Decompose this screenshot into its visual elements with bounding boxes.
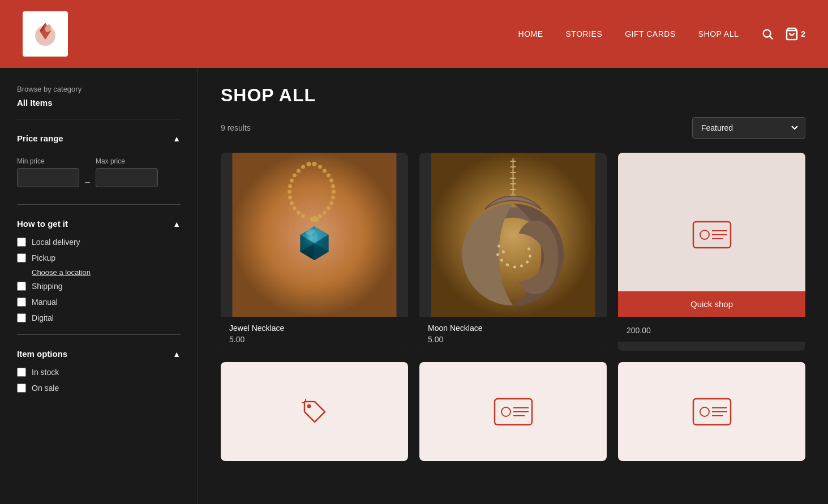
- max-price-input[interactable]: [96, 168, 158, 187]
- local-delivery-option[interactable]: Local delivery: [17, 234, 181, 250]
- product-info-jewel: Jewel Necklace 5.00: [221, 317, 408, 351]
- svg-point-17: [327, 206, 331, 210]
- local-delivery-checkbox[interactable]: [17, 238, 26, 247]
- all-items-link[interactable]: All Items: [17, 98, 181, 107]
- nav-home[interactable]: HOME: [518, 29, 543, 38]
- svg-line-5: [770, 36, 773, 39]
- product-price-jewel: 5.00: [229, 335, 400, 344]
- nav-shop-all[interactable]: SHOP ALL: [698, 29, 739, 38]
- svg-point-56: [513, 266, 516, 269]
- quick-shop-overlay: Quick shop: [618, 291, 805, 317]
- manual-option[interactable]: Manual: [17, 294, 181, 310]
- product-card-jewel-necklace[interactable]: Jewel Necklace 5.00: [221, 153, 408, 351]
- product-card-5[interactable]: [419, 362, 607, 461]
- price-range-inputs: Min price – Max price: [17, 149, 181, 196]
- svg-point-26: [288, 184, 292, 188]
- manual-checkbox[interactable]: [17, 298, 26, 307]
- svg-point-15: [331, 196, 335, 200]
- min-price-label: Min price: [17, 157, 79, 165]
- svg-point-14: [332, 190, 336, 194]
- shipping-checkbox[interactable]: [17, 282, 26, 291]
- price-range-title: Price range: [17, 133, 63, 143]
- svg-point-55: [506, 264, 509, 266]
- shipping-label: Shipping: [32, 282, 63, 291]
- product-placeholder-4: [221, 362, 408, 461]
- on-sale-checkbox[interactable]: [17, 384, 26, 393]
- page-title: SHOP ALL: [221, 85, 805, 106]
- divider-1: [17, 119, 181, 119]
- price-range-toggle[interactable]: Price range ▲: [17, 128, 181, 149]
- svg-point-27: [288, 190, 291, 194]
- product-name-moon: Moon Necklace: [428, 324, 598, 333]
- digital-option[interactable]: Digital: [17, 310, 181, 326]
- svg-point-53: [496, 253, 499, 256]
- svg-point-28: [288, 196, 292, 200]
- svg-point-59: [529, 255, 531, 258]
- product-image-moon: [419, 153, 607, 317]
- min-price-group: Min price: [17, 157, 79, 187]
- svg-point-58: [526, 261, 529, 264]
- svg-point-18: [323, 211, 327, 215]
- svg-point-10: [323, 169, 327, 173]
- products-grid-row2: [221, 362, 805, 461]
- svg-point-54: [500, 259, 503, 262]
- sort-select[interactable]: Featured Price: Low to High Price: High …: [692, 117, 805, 139]
- svg-point-68: [501, 407, 510, 416]
- divider-3: [17, 334, 181, 335]
- price-range-section: Price range ▲ Min price – Max price: [17, 128, 181, 196]
- cart-button[interactable]: 2: [785, 27, 805, 41]
- how-to-get-it-title: How to get it: [17, 219, 68, 229]
- product-card-4[interactable]: [221, 362, 408, 461]
- nav-stories[interactable]: STORIES: [566, 29, 603, 38]
- svg-point-19: [318, 214, 322, 218]
- svg-point-30: [293, 206, 297, 210]
- product-price-moon: 5.00: [428, 335, 598, 344]
- digital-checkbox[interactable]: [17, 313, 26, 322]
- min-price-input[interactable]: [17, 168, 79, 187]
- svg-point-73: [700, 407, 709, 416]
- max-price-label: Max price: [96, 157, 158, 165]
- product-info-3: 200.00: [618, 317, 805, 342]
- product-card-3[interactable]: Quick shop 200.00: [618, 153, 805, 351]
- product-placeholder-5: [419, 362, 607, 461]
- search-button[interactable]: [761, 28, 774, 40]
- choose-location-link[interactable]: Choose a location: [32, 268, 91, 277]
- svg-point-62: [700, 230, 709, 239]
- pickup-checkbox[interactable]: [17, 253, 26, 262]
- product-card-6[interactable]: [618, 362, 805, 461]
- products-grid: Jewel Necklace 5.00: [221, 153, 805, 351]
- svg-point-12: [329, 179, 333, 183]
- sidebar: Browse by category All Items Price range…: [0, 68, 198, 504]
- pickup-option[interactable]: Pickup: [17, 250, 181, 266]
- svg-point-52: [502, 251, 505, 253]
- svg-point-4: [763, 30, 771, 37]
- local-delivery-label: Local delivery: [32, 238, 80, 247]
- how-to-get-it-toggle[interactable]: How to get it ▲: [17, 213, 181, 234]
- product-image-jewel: [221, 153, 408, 317]
- product-card-moon-necklace[interactable]: Moon Necklace 5.00: [419, 153, 607, 351]
- site-header: HOME STORIES GIFT CARDS SHOP ALL 2: [0, 0, 828, 68]
- item-options-section: Item options ▲ In stock On sale: [17, 343, 181, 396]
- browse-by-category-label: Browse by category: [17, 85, 181, 93]
- product-image-placeholder-3: Quick shop: [618, 153, 805, 317]
- quick-shop-button[interactable]: Quick shop: [618, 291, 805, 317]
- on-sale-option[interactable]: On sale: [17, 380, 181, 396]
- svg-point-32: [301, 214, 305, 218]
- shop-header: 9 results Featured Price: Low to High Pr…: [221, 117, 805, 139]
- on-sale-label: On sale: [32, 384, 59, 393]
- product-price-3: 200.00: [627, 326, 797, 335]
- in-stock-checkbox[interactable]: [17, 368, 26, 377]
- shipping-option[interactable]: Shipping: [17, 278, 181, 294]
- divider-2: [17, 204, 181, 205]
- svg-point-29: [290, 201, 294, 205]
- price-range-arrow-icon: ▲: [173, 134, 181, 143]
- item-options-toggle[interactable]: Item options ▲: [17, 343, 181, 364]
- item-options-checkboxes: In stock On sale: [17, 364, 181, 396]
- product-placeholder-6: [618, 362, 805, 461]
- in-stock-option[interactable]: In stock: [17, 364, 181, 380]
- svg-point-66: [307, 404, 311, 408]
- nav-gift-cards[interactable]: GIFT CARDS: [625, 29, 676, 38]
- svg-point-13: [331, 184, 335, 188]
- svg-point-9: [318, 165, 322, 169]
- logo[interactable]: [23, 11, 68, 57]
